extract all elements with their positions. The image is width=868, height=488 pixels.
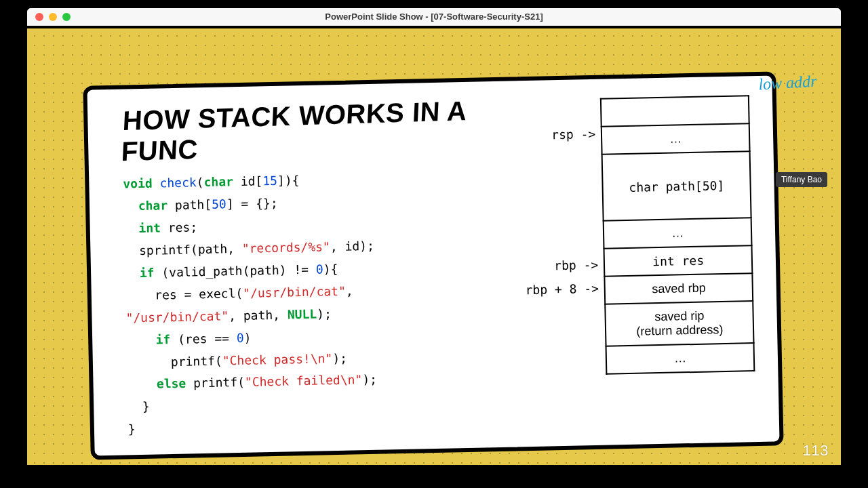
stack-cell: char path[50] <box>602 151 751 221</box>
window-title: PowerPoint Slide Show - [07-Software-Sec… <box>27 8 841 26</box>
annotation-low-addr: low addr <box>758 73 817 94</box>
stack-cell <box>601 96 749 127</box>
page-number: 113 <box>803 442 829 460</box>
close-icon[interactable] <box>35 13 43 21</box>
pointer-labels: rsp -> rbp -> rbp + 8 -> <box>519 98 604 302</box>
titlebar: PowerPoint Slide Show - [07-Software-Sec… <box>27 8 841 26</box>
stack-table: … char path[50] … int res saved rbp save… <box>600 95 755 375</box>
rbp8-pointer: rbp + 8 -> <box>525 281 599 297</box>
stack-cell: … <box>604 218 752 249</box>
app-frame: PowerPoint Slide Show - [07-Software-Sec… <box>27 0 841 488</box>
mac-traffic-lights <box>27 13 71 21</box>
slideshow-window: PowerPoint Slide Show - [07-Software-Sec… <box>27 8 841 468</box>
fullscreen-icon[interactable] <box>62 13 71 21</box>
stack-cell: … <box>601 123 750 155</box>
stack-cell: … <box>606 343 755 374</box>
rsp-pointer: rsp -> <box>551 127 595 142</box>
stack-cell: saved rbp <box>605 273 753 304</box>
slide-left-column: HOW STACK WORKS IN A FUNC void check(cha… <box>121 96 526 441</box>
rbp-pointer: rbp -> <box>554 258 598 272</box>
minimize-icon[interactable] <box>49 13 57 21</box>
slide-title: HOW STACK WORKS IN A FUNC <box>121 94 521 167</box>
stack-cell: int res <box>604 245 753 277</box>
slide-background: low addr HOW STACK WORKS IN A FUNC void … <box>27 26 841 468</box>
stack-cell: saved rip(return address) <box>605 301 753 346</box>
slide-card: low addr HOW STACK WORKS IN A FUNC void … <box>83 71 783 460</box>
stack-diagram: rsp -> rbp -> rbp + 8 -> … char path[50]… <box>519 91 759 433</box>
presenter-badge: Tiffany Bao <box>776 172 827 187</box>
code-block: void check(char id[15]){ char path[50] =… <box>123 165 526 441</box>
